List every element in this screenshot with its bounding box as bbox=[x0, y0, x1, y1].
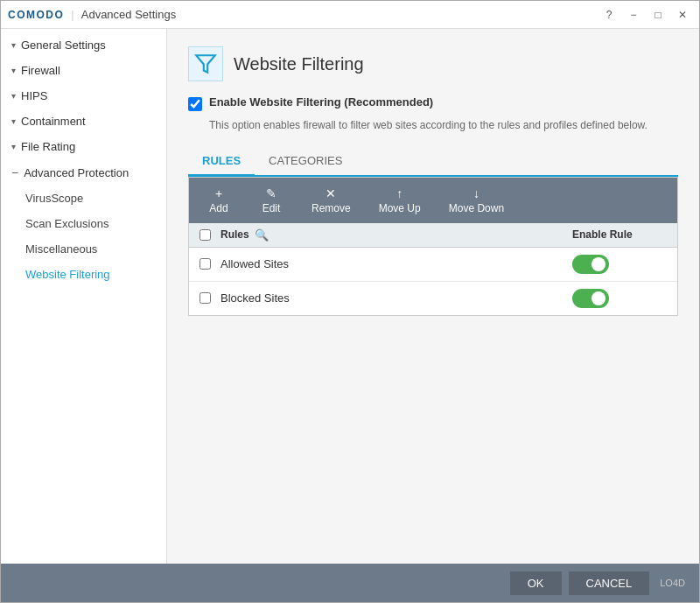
svg-marker-0 bbox=[196, 55, 215, 73]
sidebar-item-virusscope[interactable]: VirusScope bbox=[1, 186, 166, 211]
window-controls: ? − □ ✕ bbox=[599, 5, 692, 25]
row-toggle-col bbox=[572, 255, 677, 274]
sidebar-item-label: HIPS bbox=[21, 89, 47, 102]
tab-categories[interactable]: CATEGORIES bbox=[255, 147, 356, 177]
sidebar-item-containment[interactable]: ▾ Containment bbox=[1, 109, 166, 134]
minus-icon: − bbox=[11, 165, 18, 179]
window-title: Advanced Settings bbox=[81, 8, 599, 21]
tabs: RULES CATEGORIES bbox=[188, 147, 678, 177]
sidebar: ▾ General Settings ▾ Firewall ▾ HIPS ▾ C… bbox=[1, 29, 167, 564]
row-name: Allowed Sites bbox=[220, 257, 572, 270]
tab-rules[interactable]: RULES bbox=[188, 147, 255, 177]
sidebar-item-website-filtering[interactable]: Website Filtering bbox=[1, 262, 166, 287]
chevron-icon: ▾ bbox=[11, 142, 16, 151]
row-checkbox[interactable] bbox=[200, 258, 211, 270]
sidebar-item-label: Containment bbox=[21, 115, 86, 128]
move-up-icon: ↑ bbox=[396, 186, 402, 200]
remove-icon: ✕ bbox=[326, 186, 336, 200]
content-area: Website Filtering Enable Website Filteri… bbox=[167, 29, 699, 564]
page-icon bbox=[188, 46, 223, 81]
table-toolbar: + Add ✎ Edit ✕ Remove ↑ Move Up bbox=[189, 178, 677, 223]
rules-col-label: Rules bbox=[220, 228, 249, 241]
enable-checkbox[interactable] bbox=[188, 97, 202, 111]
remove-label: Remove bbox=[312, 202, 351, 214]
move-down-icon: ↓ bbox=[473, 186, 480, 200]
chevron-icon: ▾ bbox=[11, 91, 16, 101]
sidebar-item-label: Advanced Protection bbox=[24, 166, 129, 179]
table-row: Allowed Sites bbox=[189, 248, 677, 282]
main-layout: ▾ General Settings ▾ Firewall ▾ HIPS ▾ C… bbox=[1, 29, 699, 564]
table-row: Blocked Sites bbox=[189, 282, 677, 315]
ok-button[interactable]: OK bbox=[510, 571, 562, 595]
header-checkbox-col bbox=[189, 229, 220, 241]
titlebar: COMODO | Advanced Settings ? − □ ✕ bbox=[1, 1, 699, 29]
enable-label: Enable Website Filtering (Recommended) bbox=[209, 95, 433, 109]
move-up-label: Move Up bbox=[379, 202, 421, 214]
page-title: Website Filtering bbox=[234, 54, 364, 74]
sidebar-item-firewall[interactable]: ▾ Firewall bbox=[1, 58, 166, 83]
sidebar-item-label: Firewall bbox=[21, 64, 60, 77]
sidebar-item-label: File Rating bbox=[21, 140, 75, 153]
blocked-sites-toggle[interactable] bbox=[572, 289, 609, 308]
edit-icon: ✎ bbox=[266, 186, 276, 200]
edit-button[interactable]: ✎ Edit bbox=[245, 181, 298, 220]
sidebar-item-label: Miscellaneous bbox=[25, 242, 97, 256]
cancel-button[interactable]: CANCEL bbox=[569, 571, 650, 595]
sidebar-item-miscellaneous[interactable]: Miscellaneous bbox=[1, 236, 166, 262]
row-toggle-col bbox=[572, 289, 677, 308]
add-label: Add bbox=[209, 202, 228, 214]
sidebar-item-hips[interactable]: ▾ HIPS bbox=[1, 83, 166, 109]
sidebar-item-scan-exclusions[interactable]: Scan Exclusions bbox=[1, 211, 166, 236]
app-logo: COMODO bbox=[8, 9, 64, 21]
sidebar-item-label: VirusScope bbox=[25, 192, 83, 205]
close-button[interactable]: ✕ bbox=[673, 5, 692, 25]
sidebar-item-label: Scan Exclusions bbox=[25, 217, 108, 230]
enable-description: This option enables firewall to filter w… bbox=[209, 118, 678, 133]
row-checkbox-col bbox=[189, 258, 220, 270]
chevron-icon: ▾ bbox=[11, 116, 16, 126]
maximize-button[interactable]: □ bbox=[648, 5, 668, 25]
chevron-icon: ▾ bbox=[11, 40, 16, 50]
rules-table: + Add ✎ Edit ✕ Remove ↑ Move Up bbox=[188, 177, 678, 316]
table-header: Rules 🔍 Enable Rule bbox=[189, 223, 677, 248]
remove-button[interactable]: ✕ Remove bbox=[298, 181, 365, 220]
sidebar-item-general-settings[interactable]: ▾ General Settings bbox=[1, 32, 166, 58]
move-up-button[interactable]: ↑ Move Up bbox=[365, 181, 435, 220]
page-header: Website Filtering bbox=[188, 46, 678, 81]
select-all-checkbox[interactable] bbox=[200, 229, 211, 241]
logo-text: COMODO bbox=[8, 9, 64, 21]
footer-logo: LO4D bbox=[660, 578, 685, 588]
add-button[interactable]: + Add bbox=[192, 181, 245, 220]
search-icon[interactable]: 🔍 bbox=[255, 228, 269, 242]
move-down-label: Move Down bbox=[449, 202, 504, 214]
sidebar-item-advanced-protection[interactable]: − Advanced Protection bbox=[1, 159, 166, 186]
sidebar-item-file-rating[interactable]: ▾ File Rating bbox=[1, 134, 166, 159]
footer: OK CANCEL LO4D bbox=[1, 564, 699, 602]
row-checkbox-col bbox=[189, 292, 220, 304]
add-icon: + bbox=[215, 186, 222, 200]
row-name: Blocked Sites bbox=[220, 291, 572, 305]
sidebar-item-label: Website Filtering bbox=[25, 268, 110, 281]
row-checkbox[interactable] bbox=[200, 292, 211, 304]
sidebar-item-label: General Settings bbox=[21, 39, 106, 52]
edit-label: Edit bbox=[262, 202, 281, 214]
help-button[interactable]: ? bbox=[599, 5, 619, 25]
chevron-icon: ▾ bbox=[11, 66, 16, 75]
enable-section: Enable Website Filtering (Recommended) bbox=[188, 95, 678, 111]
minimize-button[interactable]: − bbox=[624, 5, 643, 25]
move-down-button[interactable]: ↓ Move Down bbox=[435, 181, 518, 220]
header-rules-col: Rules 🔍 bbox=[220, 228, 572, 242]
header-enable-col: Enable Rule bbox=[572, 228, 677, 241]
main-window: COMODO | Advanced Settings ? − □ ✕ ▾ Gen… bbox=[0, 0, 700, 603]
allowed-sites-toggle[interactable] bbox=[572, 255, 609, 274]
